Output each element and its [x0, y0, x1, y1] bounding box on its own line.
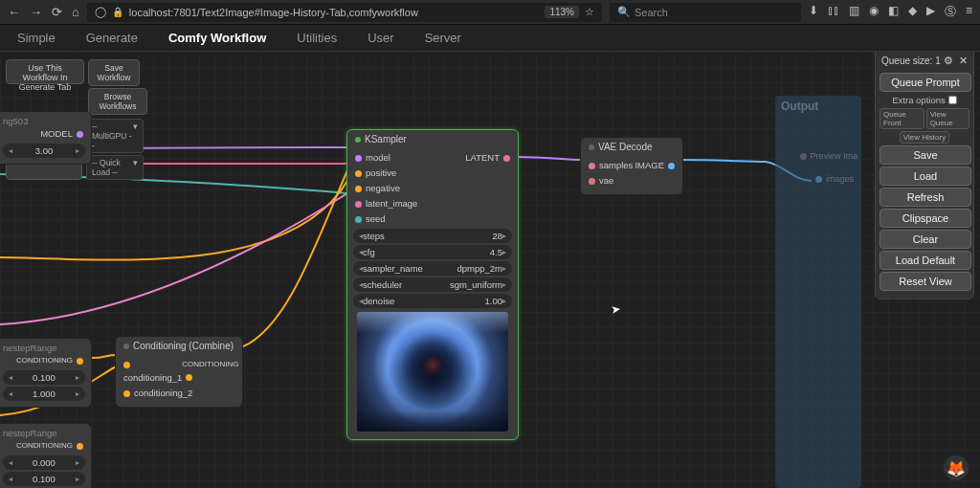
app-tabs: Simple Generate Comfy Workflow Utilities… [0, 25, 980, 52]
clipspace-button[interactable]: Clipspace [880, 209, 971, 228]
queue-sidebar: Queue size: 1 ⚙ ✕ Queue Prompt Extra opt… [875, 52, 974, 299]
tab-generate[interactable]: Generate [84, 27, 140, 49]
node-title: Conditioning (Combine) [133, 341, 234, 351]
mouse-cursor-icon: ➤ [610, 301, 621, 316]
multigpu-dropdown[interactable]: -- MultiGPU --▾ [86, 119, 144, 153]
node-vae-decode[interactable]: VAE Decode samplesIMAGE vae [580, 137, 683, 195]
tab-user[interactable]: User [366, 27, 395, 49]
menu-icon[interactable]: ≡ [966, 4, 972, 20]
clear-button[interactable]: Clear [880, 230, 971, 249]
node-title: KSampler [365, 134, 407, 144]
shield-icon: ◯ [95, 6, 106, 18]
param-sampler[interactable]: ◂sampler_namedpmpp_2m▸ [353, 261, 512, 276]
node-title: ng503 [3, 116, 85, 126]
param-cfg[interactable]: ◂cfg4.5▸ [353, 245, 512, 259]
node-title: nestepRange [3, 343, 85, 353]
tab-comfy-workflow[interactable]: Comfy Workflow [167, 27, 268, 49]
save-button[interactable]: Save [880, 145, 971, 165]
ext4-icon[interactable]: Ⓢ [945, 4, 956, 20]
use-workflow-button[interactable]: Use This Workflow In Generate Tab [6, 59, 84, 84]
ksampler-preview-image [357, 312, 508, 432]
quick-load-dropdown[interactable]: -- Quick Load --▾ [86, 155, 144, 180]
lock-icon: 🔒 [112, 7, 123, 17]
download-icon[interactable]: ⬇ [809, 4, 818, 20]
node-partial-range-2[interactable]: nestepRange CONDITIONING ◂0.000▸ ◂0.100▸ [0, 423, 92, 488]
browse-workflows-button[interactable]: Browse Workflows [88, 88, 147, 115]
node-partial-top[interactable]: ng503 MODEL ◂3.00▸ [0, 111, 92, 165]
account-icon[interactable]: ◉ [869, 4, 879, 20]
param-value[interactable]: ◂0.100▸ [3, 370, 85, 385]
queue-front-button[interactable]: Queue Front [880, 108, 924, 129]
out-model: MODEL [40, 127, 73, 141]
node-partial-range-1[interactable]: nestepRange CONDITIONING ◂0.100▸ ◂1.000▸ [0, 338, 92, 408]
param-denoise[interactable]: ◂denoise1.00▸ [353, 294, 512, 308]
node-title: nestepRange [3, 428, 85, 438]
forward-icon[interactable]: → [30, 5, 42, 19]
view-history-button[interactable]: View History [900, 131, 949, 144]
close-icon[interactable]: ✕ [959, 55, 968, 67]
avatar-icon[interactable]: 🦊 [944, 455, 969, 480]
reload-icon[interactable]: ⟳ [52, 5, 62, 19]
save-workflow-button[interactable]: Save Workflow [88, 59, 140, 86]
url-bar[interactable]: ◯ 🔒 localhost:7801/Text2Image#Image-Hist… [87, 3, 602, 22]
zoom-badge[interactable]: 113% [545, 6, 579, 18]
library-icon[interactable]: ⫿⫿ [828, 4, 839, 20]
ext3-icon[interactable]: ▶ [926, 4, 935, 20]
books-icon[interactable]: ▥ [849, 4, 859, 20]
preview-image-label: Preview Ima [810, 151, 858, 161]
chevron-down-icon: ▾ [133, 122, 138, 150]
browser-bar: ← → ⟳ ⌂ ◯ 🔒 localhost:7801/Text2Image#Im… [0, 0, 980, 25]
back-icon[interactable]: ← [8, 5, 20, 19]
workflow-canvas[interactable]: Use This Workflow In Generate Tab Save W… [0, 52, 980, 488]
node-title: VAE Decode [598, 142, 653, 152]
images-port: images [826, 174, 854, 184]
param-value[interactable]: ◂0.100▸ [3, 472, 85, 486]
param-value[interactable]: ◂0.000▸ [3, 455, 85, 470]
search-placeholder: Search [635, 7, 668, 18]
view-queue-button[interactable]: View Queue [926, 108, 969, 129]
output-title: Output [781, 100, 856, 113]
extra-options-toggle[interactable]: Extra options [880, 94, 969, 108]
queue-prompt-button[interactable]: Queue Prompt [880, 73, 971, 92]
output-group[interactable]: Output Preview Ima images [775, 96, 861, 488]
param-value[interactable]: ◂3.00▸ [3, 144, 85, 158]
ext1-icon[interactable]: ◧ [888, 4, 899, 20]
param-scheduler[interactable]: ◂schedulersgm_uniform▸ [353, 277, 512, 292]
refresh-button[interactable]: Refresh [880, 188, 971, 207]
node-conditioning-combine[interactable]: Conditioning (Combine) conditioning_1CON… [115, 336, 243, 408]
url-text: localhost:7801/Text2Image#Image-History-… [129, 7, 418, 18]
param-steps[interactable]: ◂steps28▸ [353, 229, 512, 243]
chevron-down-icon: ▾ [133, 158, 138, 177]
home-icon[interactable]: ⌂ [72, 5, 79, 19]
param-value[interactable]: ◂1.000▸ [3, 387, 85, 401]
extra-options-checkbox[interactable] [948, 96, 957, 104]
search-bar[interactable]: 🔍 Search [610, 3, 801, 22]
load-button[interactable]: Load [880, 166, 971, 186]
reset-view-button[interactable]: Reset View [880, 272, 971, 291]
ext2-icon[interactable]: ◆ [908, 4, 917, 20]
search-icon: 🔍 [617, 6, 631, 18]
tab-server[interactable]: Server [423, 27, 463, 49]
gear-icon[interactable]: ⚙ [944, 55, 953, 67]
node-ksampler[interactable]: KSampler modelLATENT positive negative l… [346, 129, 519, 440]
load-default-button[interactable]: Load Default [880, 251, 971, 270]
tab-simple[interactable]: Simple [15, 27, 57, 49]
tab-utilities[interactable]: Utilities [295, 27, 339, 49]
star-icon[interactable]: ☆ [585, 6, 594, 18]
